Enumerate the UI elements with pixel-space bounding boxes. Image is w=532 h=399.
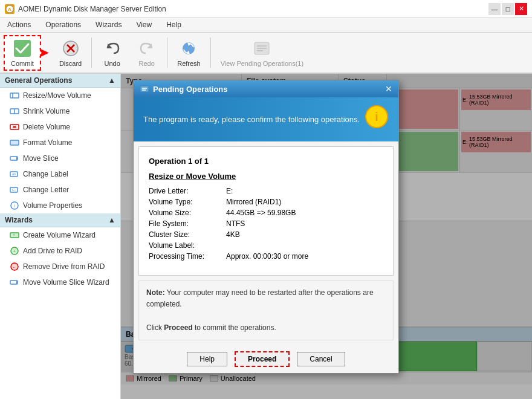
detail-val-5 — [226, 241, 383, 250]
menubar: Actions Operations Wizards View Help — [0, 18, 532, 33]
redo-icon — [137, 39, 157, 58]
cancel-button[interactable]: Cancel — [297, 352, 345, 366]
svg-rect-22 — [10, 140, 19, 145]
create-wizard-icon: + — [10, 230, 19, 240]
svg-text:Ab: Ab — [12, 172, 16, 176]
detail-val-4: 4KB — [226, 230, 383, 239]
modal-banner: The program is ready, please confirm the… — [134, 97, 398, 141]
shrink-icon — [10, 106, 19, 116]
view-pending-button[interactable]: View Pending Operations(1) — [215, 36, 310, 70]
svg-rect-41 — [140, 86, 149, 92]
toolbar-separator — [91, 37, 92, 68]
svg-text:A: A — [8, 7, 11, 12]
pending-operations-modal: Pending Operations ✕ The program is read… — [133, 80, 399, 374]
menu-actions[interactable]: Actions — [0, 19, 38, 31]
undo-icon — [103, 39, 122, 58]
menu-wizards[interactable]: Wizards — [88, 19, 129, 31]
refresh-button[interactable]: Refresh — [171, 36, 207, 70]
sidebar-item-format[interactable]: Format Volume — [0, 135, 120, 151]
modal-note: Note: Your computer may need to be resta… — [138, 281, 394, 340]
modal-banner-text: The program is ready, please confirm the… — [143, 115, 365, 124]
sidebar-item-change-label[interactable]: Ab Change Label — [0, 166, 120, 182]
detail-val-1: Mirrored (RAID1) — [226, 198, 383, 206]
redo-button[interactable]: Redo — [130, 36, 163, 70]
move-slice-wizard-icon — [10, 277, 19, 287]
detail-key-6: Processing Time: — [149, 252, 221, 261]
close-button[interactable]: ✕ — [515, 3, 527, 15]
help-button[interactable]: Help — [187, 352, 227, 366]
sidebar-item-create-wizard[interactable]: + Create Volume Wizard — [0, 227, 120, 243]
toolbar: Commit ➤ Discard Undo Redo — [0, 33, 532, 74]
maximize-button[interactable]: □ — [502, 3, 514, 15]
modal-title-text: Pending Operations — [153, 85, 228, 94]
add-drive-icon: + — [10, 246, 19, 256]
remove-drive-icon: - — [10, 262, 19, 271]
sidebar-item-change-letter[interactable]: C: Change Letter — [0, 182, 120, 198]
svg-rect-15 — [10, 93, 19, 98]
sidebar-section-wizards: Wizards ▲ — [0, 213, 120, 227]
detail-key-0: Drive Letter: — [149, 187, 221, 195]
sidebar-item-add-drive[interactable]: + Add Drive to RAID — [0, 243, 120, 259]
content-area: Type File system Status Mirrored (RAID1)… — [121, 74, 532, 399]
commit-button[interactable]: Commit — [4, 35, 41, 71]
volume-props-icon: i — [10, 201, 19, 210]
svg-text:-: - — [13, 264, 15, 270]
commit-icon — [13, 39, 32, 58]
main-layout: General Operations ▲ Resize/Move Volume … — [0, 74, 532, 399]
discard-icon — [61, 39, 80, 58]
change-letter-icon: C: — [10, 185, 19, 195]
modal-content: Operation 1 of 1 Resize or Move Volume D… — [138, 146, 394, 276]
sidebar-section-general: General Operations ▲ — [0, 74, 120, 88]
detail-key-1: Volume Type: — [149, 198, 221, 206]
detail-val-3: NTFS — [226, 219, 383, 228]
minimize-button[interactable]: — — [488, 3, 501, 15]
delete-icon — [10, 122, 19, 132]
sidebar-item-move-slice-wizard[interactable]: Move Volume Slice Wizard — [0, 274, 120, 290]
svg-text:i: i — [14, 204, 15, 208]
discard-button[interactable]: Discard — [53, 36, 88, 70]
modal-op-number: Operation 1 of 1 — [149, 157, 383, 166]
modal-footer: Help Proceed Cancel — [134, 345, 398, 373]
modal-titlebar: Pending Operations ✕ — [134, 80, 398, 97]
toolbar-separator-3 — [210, 37, 211, 68]
titlebar: A AOMEI Dynamic Disk Manager Server Edit… — [0, 0, 532, 18]
app-icon: A — [5, 4, 15, 14]
detail-key-3: File System: — [149, 219, 221, 228]
view-pending-icon — [252, 39, 271, 58]
sidebar-item-move-slice[interactable]: Move Slice — [0, 151, 120, 166]
proceed-button[interactable]: Proceed — [235, 351, 290, 367]
svg-text:+: + — [13, 248, 16, 254]
modal-banner-icon: i — [365, 105, 389, 134]
svg-text:+: + — [13, 233, 15, 237]
sidebar-item-delete[interactable]: Delete Volume — [0, 119, 120, 135]
sidebar-item-remove-drive[interactable]: - Remove Drive from RAID — [0, 259, 120, 274]
modal-close-button[interactable]: ✕ — [385, 84, 392, 94]
app-title: AOMEI Dynamic Disk Manager Server Editio… — [18, 5, 166, 13]
menu-view[interactable]: View — [129, 19, 159, 31]
modal-overlay: Pending Operations ✕ The program is read… — [121, 74, 532, 399]
toolbar-separator-2 — [167, 37, 167, 68]
sidebar-item-volume-props[interactable]: i Volume Properties — [0, 198, 120, 213]
sidebar: General Operations ▲ Resize/Move Volume … — [0, 74, 121, 399]
detail-val-0: E: — [226, 187, 383, 195]
menu-help[interactable]: Help — [159, 19, 189, 31]
svg-text:C:: C: — [12, 188, 16, 192]
detail-val-6: Approx. 00:00:30 or more — [226, 252, 383, 261]
detail-val-2: 44.45GB => 59.98GB — [226, 209, 383, 217]
svg-text:i: i — [375, 110, 378, 123]
refresh-icon — [179, 39, 198, 58]
undo-button[interactable]: Undo — [96, 36, 129, 70]
modal-op-title: Resize or Move Volume — [149, 172, 383, 181]
sidebar-item-resize-move[interactable]: Resize/Move Volume — [0, 88, 120, 103]
detail-key-5: Volume Label: — [149, 241, 221, 250]
detail-key-2: Volume Size: — [149, 209, 221, 217]
move-slice-icon — [10, 154, 19, 163]
modal-detail-grid: Drive Letter: E: Volume Type: Mirrored (… — [149, 187, 383, 261]
sidebar-item-shrink[interactable]: Shrink Volume — [0, 103, 120, 119]
resize-icon — [10, 91, 19, 100]
menu-operations[interactable]: Operations — [38, 19, 88, 31]
change-label-icon: Ab — [10, 169, 19, 179]
modal-icon — [140, 84, 149, 94]
arrow-indicator: ➤ — [37, 44, 50, 61]
format-icon — [10, 138, 19, 148]
